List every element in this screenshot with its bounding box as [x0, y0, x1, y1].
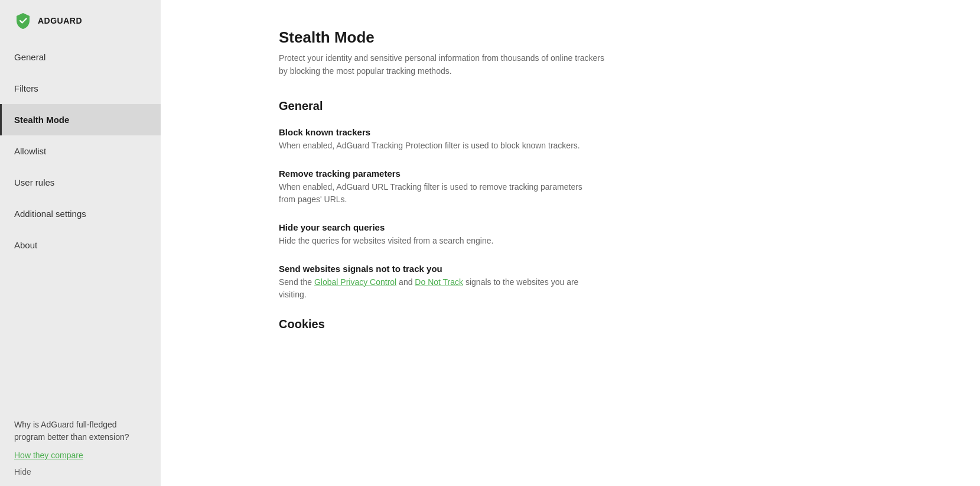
logo-container: ADGUARD — [0, 0, 161, 41]
sidebar-promo: Why is AdGuard full-fledged program bett… — [0, 409, 161, 486]
setting-info-remove-tracking-params: Remove tracking parameters When enabled,… — [279, 169, 909, 206]
sidebar-item-user-rules[interactable]: User rules — [0, 167, 161, 198]
adguard-logo-icon — [14, 12, 32, 30]
sidebar: ADGUARD General Filters Stealth Mode All… — [0, 0, 161, 486]
cookies-section-title: Cookies — [279, 317, 933, 331]
sidebar-item-filters[interactable]: Filters — [0, 73, 161, 104]
setting-desc-remove-tracking-params: When enabled, AdGuard URL Tracking filte… — [279, 181, 598, 206]
setting-desc-block-known-trackers: When enabled, AdGuard Tracking Protectio… — [279, 140, 598, 152]
global-privacy-control-link[interactable]: Global Privacy Control — [314, 277, 396, 287]
setting-label-remove-tracking-params: Remove tracking parameters — [279, 169, 909, 179]
sidebar-item-stealth-mode[interactable]: Stealth Mode — [0, 104, 161, 135]
setting-desc-hide-search-queries: Hide the queries for websites visited fr… — [279, 235, 598, 247]
brand-name: ADGUARD — [38, 16, 82, 25]
setting-label-block-known-trackers: Block known trackers — [279, 127, 909, 137]
sidebar-item-general[interactable]: General — [0, 41, 161, 73]
send-dnt-desc-before: Send the — [279, 277, 314, 287]
setting-label-send-dnt: Send websites signals not to track you — [279, 264, 909, 274]
setting-label-hide-search-queries: Hide your search queries — [279, 222, 909, 232]
sidebar-item-additional-settings[interactable]: Additional settings — [0, 198, 161, 229]
page-header: Stealth Mode — [279, 28, 933, 47]
do-not-track-link[interactable]: Do Not Track — [415, 277, 463, 287]
setting-info-block-known-trackers: Block known trackers When enabled, AdGua… — [279, 127, 909, 152]
setting-block-known-trackers: Block known trackers When enabled, AdGua… — [279, 127, 933, 152]
how-they-compare-link[interactable]: How they compare — [14, 451, 146, 460]
general-section-title: General — [279, 99, 933, 113]
sidebar-nav: General Filters Stealth Mode Allowlist U… — [0, 41, 161, 409]
page-description: Protect your identity and sensitive pers… — [279, 51, 610, 78]
page-title: Stealth Mode — [279, 28, 375, 47]
hide-promo-button[interactable]: Hide — [14, 467, 146, 477]
sidebar-item-about[interactable]: About — [0, 229, 161, 261]
setting-info-send-dnt: Send websites signals not to track you S… — [279, 264, 909, 301]
send-dnt-desc-middle: and — [396, 277, 415, 287]
setting-info-hide-search-queries: Hide your search queries Hide the querie… — [279, 222, 909, 247]
setting-desc-send-dnt: Send the Global Privacy Control and Do N… — [279, 276, 598, 301]
promo-text: Why is AdGuard full-fledged program bett… — [14, 419, 146, 443]
setting-send-dnt: Send websites signals not to track you S… — [279, 264, 933, 301]
main-content: Stealth Mode Protect your identity and s… — [161, 0, 980, 486]
setting-hide-search-queries: Hide your search queries Hide the querie… — [279, 222, 933, 247]
sidebar-item-allowlist[interactable]: Allowlist — [0, 135, 161, 167]
setting-remove-tracking-params: Remove tracking parameters When enabled,… — [279, 169, 933, 206]
